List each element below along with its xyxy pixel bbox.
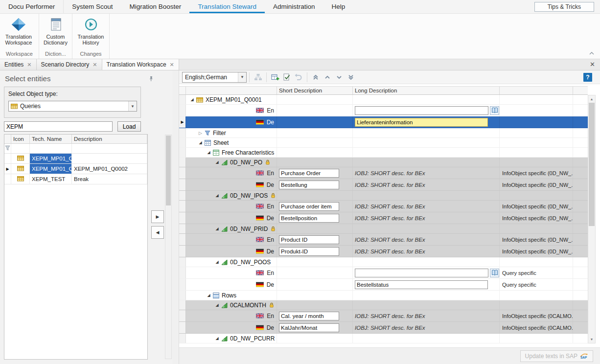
- tree-node-row[interactable]: ◢0D_NW_IPOS: [179, 191, 588, 201]
- custom-dictionary-button[interactable]: Custom Dictionary: [42, 16, 69, 46]
- move-right-button[interactable]: ▶: [151, 210, 164, 223]
- translation-row[interactable]: DeIOBJ: SHORT desc. for BExInfoObject sp…: [179, 246, 588, 257]
- tab-translation-workspace[interactable]: Translation Workspace ✕: [102, 59, 179, 70]
- tree-node-row[interactable]: ◢Sheet: [179, 138, 588, 148]
- ribbon-collapse-chevron-icon[interactable]: [587, 50, 596, 57]
- collapse-toggle-icon[interactable]: ◢: [214, 193, 220, 198]
- tree-node-row[interactable]: ◢Rows: [179, 291, 588, 300]
- description-cell[interactable]: XEPM_MP01_Q0002: [72, 164, 147, 174]
- tree-node-row[interactable]: ◢XEPM_MP01_Q0001: [179, 95, 588, 105]
- tab-scenario-directory[interactable]: Scenario Directory ✕: [37, 59, 102, 70]
- chevron-down-icon[interactable]: ▼: [128, 101, 137, 111]
- short-description-input[interactable]: [279, 202, 339, 211]
- collapse-toggle-icon[interactable]: ◢: [197, 140, 204, 145]
- language-selector[interactable]: English;German ▼: [182, 72, 247, 83]
- short-description-input[interactable]: [279, 312, 339, 320]
- close-icon[interactable]: ✕: [27, 62, 31, 68]
- translation-row[interactable]: DeIOBJ: SHORT desc. for BExInfoObject sp…: [179, 212, 588, 224]
- move-top-icon[interactable]: [310, 71, 322, 83]
- collapse-toggle-icon[interactable]: ◢: [206, 293, 212, 297]
- tech-name-cell[interactable]: XEPM_TEST: [30, 174, 72, 184]
- move-left-button[interactable]: ◀: [151, 226, 164, 239]
- close-icon[interactable]: ✕: [585, 59, 600, 70]
- dictionary-lookup-button[interactable]: [490, 269, 499, 277]
- description-cell[interactable]: [72, 154, 147, 163]
- column-header-description[interactable]: Description: [72, 135, 147, 143]
- scrollbar-thumb[interactable]: [589, 103, 595, 226]
- pin-icon[interactable]: [148, 76, 154, 83]
- long-description-input[interactable]: [355, 269, 488, 277]
- tech-name-cell[interactable]: XEPM_MP01_Q...: [30, 154, 72, 163]
- tree-node-row[interactable]: ▷Filter: [179, 128, 588, 138]
- panel-splitter[interactable]: [172, 70, 179, 364]
- add-language-icon[interactable]: [269, 71, 281, 83]
- scroll-up-icon[interactable]: ▲: [588, 95, 595, 103]
- short-description-input[interactable]: [279, 169, 339, 178]
- close-icon[interactable]: ✕: [170, 62, 174, 68]
- tree-node-row[interactable]: ◢0D_NW_PO: [179, 158, 588, 167]
- table-row[interactable]: XEPM_MP01_Q...: [4, 154, 147, 164]
- translation-row[interactable]: DeQuery specific: [179, 279, 588, 291]
- object-type-dropdown[interactable]: Queries ▼: [8, 101, 137, 112]
- short-description-input[interactable]: [279, 247, 339, 256]
- collapse-toggle-icon[interactable]: ◢: [189, 97, 195, 102]
- menu-system-scout[interactable]: System Scout: [64, 0, 121, 13]
- column-header-icon[interactable]: Icon: [11, 135, 30, 143]
- menu-administration[interactable]: Administration: [265, 0, 323, 13]
- hierarchy-icon[interactable]: [252, 71, 264, 83]
- scroll-down-icon[interactable]: ▼: [588, 336, 595, 343]
- move-bottom-icon[interactable]: [345, 71, 357, 83]
- tech-name-cell[interactable]: XEPM_MP01_Q...: [30, 164, 72, 174]
- translation-row[interactable]: ▶De: [179, 116, 588, 128]
- long-description-input[interactable]: [355, 118, 488, 127]
- translation-row[interactable]: DeIOBJ: SHORT desc. for BExInfoObject sp…: [179, 322, 588, 334]
- tree-node-row[interactable]: ◢0D_NW_POOS: [179, 257, 588, 267]
- collapse-toggle-icon[interactable]: ◢: [214, 336, 220, 341]
- tree-node-row[interactable]: ◢0D_NW_PRID: [179, 224, 588, 234]
- chevron-down-icon[interactable]: ▼: [238, 72, 246, 82]
- short-description-input[interactable]: [279, 181, 339, 189]
- long-description-input[interactable]: [355, 280, 488, 289]
- update-texts-button[interactable]: Update texts in SAP SAP: [520, 350, 593, 362]
- menu-docu-performer[interactable]: Docu Performer: [0, 0, 64, 13]
- collapse-toggle-icon[interactable]: ◢: [214, 227, 220, 231]
- translation-row[interactable]: En: [179, 105, 588, 116]
- translation-row[interactable]: EnIOBJ: SHORT desc. for BExInfoObject sp…: [179, 310, 588, 322]
- short-description-input[interactable]: [279, 235, 339, 244]
- filter-row[interactable]: [4, 144, 147, 154]
- help-button[interactable]: ?: [583, 73, 592, 82]
- scrollbar-thumb[interactable]: [166, 136, 171, 205]
- table-row[interactable]: XEPM_TESTBreak: [4, 174, 147, 184]
- translation-row[interactable]: EnQuery specific: [179, 267, 588, 279]
- short-description-input[interactable]: [279, 323, 339, 332]
- menu-translation-steward[interactable]: Translation Steward: [189, 0, 265, 13]
- search-input[interactable]: [4, 121, 113, 132]
- menu-migration-booster[interactable]: Migration Booster: [121, 0, 190, 13]
- validate-icon[interactable]: [281, 71, 293, 83]
- translation-history-button[interactable]: Translation History: [75, 16, 106, 46]
- collapse-toggle-icon[interactable]: ◢: [214, 303, 220, 307]
- tips-tricks-button[interactable]: Tips & Tricks: [534, 2, 594, 12]
- load-button[interactable]: Load: [117, 121, 141, 132]
- translation-row[interactable]: EnIOBJ: SHORT desc. for BExInfoObject sp…: [179, 234, 588, 246]
- description-cell[interactable]: Break: [72, 174, 147, 184]
- translation-row[interactable]: DeIOBJ: SHORT desc. for BExInfoObject sp…: [179, 179, 588, 191]
- long-description-input[interactable]: [355, 106, 488, 115]
- short-description-input[interactable]: [279, 214, 339, 223]
- table-row[interactable]: ▶XEPM_MP01_Q...XEPM_MP01_Q0002: [4, 164, 147, 174]
- column-header-short-description[interactable]: Short Description: [277, 87, 353, 94]
- move-down-icon[interactable]: [333, 71, 345, 83]
- menu-help[interactable]: Help: [323, 0, 353, 13]
- translation-row[interactable]: EnIOBJ: SHORT desc. for BExInfoObject sp…: [179, 167, 588, 179]
- expand-toggle-icon[interactable]: ▷: [197, 131, 204, 136]
- grid-scrollbar[interactable]: ▲ ▼: [588, 95, 596, 343]
- column-header-long-description[interactable]: Long Description: [353, 87, 500, 94]
- dictionary-lookup-button[interactable]: [490, 106, 499, 115]
- close-icon[interactable]: ✕: [92, 62, 97, 68]
- undo-icon[interactable]: [293, 71, 304, 83]
- collapse-toggle-icon[interactable]: ◢: [214, 260, 220, 264]
- tree-node-row[interactable]: ◢0CALMONTH: [179, 300, 588, 310]
- translation-row[interactable]: EnIOBJ: SHORT desc. for BExInfoObject sp…: [179, 201, 588, 212]
- tab-entities[interactable]: Entities ✕: [0, 59, 37, 70]
- left-panel-scrollbar[interactable]: [165, 135, 172, 359]
